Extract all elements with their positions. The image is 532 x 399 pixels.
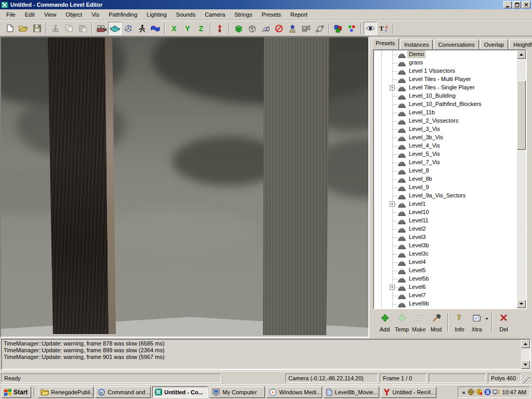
tree-item-label[interactable]: Level5 [408, 267, 427, 274]
toolbar-vis-eye-button[interactable] [259, 22, 272, 35]
tree-item-label[interactable]: grass [408, 59, 424, 66]
scroll-down-button[interactable] [521, 361, 530, 369]
tree-item-label[interactable]: Level_10_Building [408, 92, 457, 99]
globe-icon[interactable] [468, 389, 474, 395]
tree-item-label[interactable]: Level 1 Vissectors [408, 68, 456, 74]
tree-item-label[interactable]: Level11 [408, 217, 430, 224]
taskbar-button-untitled-renx[interactable]: Untitled - RenX... [381, 387, 436, 398]
toolbar-polygon-edit-button[interactable] [313, 22, 326, 35]
tree-item[interactable]: Demo [374, 50, 517, 59]
tree-item-label[interactable]: Level6 [408, 284, 427, 290]
tree-item[interactable]: Level_5_Vis [374, 150, 517, 158]
tree-item-label[interactable]: Level1 [408, 201, 427, 207]
toolbar-cut-button[interactable] [49, 22, 62, 35]
tree-item[interactable]: Level_3b_Vis [374, 134, 517, 142]
tree-item[interactable]: Level_7_Vis [374, 158, 517, 167]
toolbar-text-size-button[interactable]: TT [377, 22, 391, 35]
toolbar-save-button[interactable] [30, 22, 44, 35]
toolbar-raise-terrain-button[interactable] [286, 22, 299, 35]
tray-collapse-chevron[interactable]: « [462, 389, 465, 395]
toolbar-waypath-button[interactable] [149, 22, 162, 35]
mod-button[interactable]: Mod [428, 313, 445, 332]
tree-item-label[interactable]: Level10 [408, 209, 430, 216]
tree-item-label[interactable]: Level7 [408, 292, 427, 299]
tree-item-label[interactable]: Level4 [408, 259, 427, 265]
tree-item-label[interactable]: Level9b [408, 300, 430, 307]
tree-item[interactable]: Level10 [374, 208, 517, 217]
toolbar-mini-cubes-button[interactable] [345, 22, 358, 35]
info-button[interactable]: ?Info [451, 313, 468, 332]
toolbar-vis-disable-button[interactable] [272, 22, 286, 35]
tree-item[interactable]: Level5b [374, 275, 517, 283]
tree-item-label[interactable]: Level_9a_Vis_Sectors [408, 192, 467, 199]
add-button[interactable]: Add [376, 313, 393, 332]
menu-sounds[interactable]: Sounds [171, 10, 200, 19]
log-scrollbar[interactable] [521, 340, 530, 369]
tree-item-label[interactable]: Level Tiles - Multi Player [408, 76, 472, 83]
toolbar-scene-camera-button[interactable] [95, 22, 108, 35]
menu-report[interactable]: Report [286, 10, 312, 19]
expand-plus-box[interactable]: + [390, 285, 395, 290]
tree-item-label[interactable]: Demo [408, 51, 425, 58]
toolbar-rgb-cubes-button[interactable] [331, 22, 345, 35]
tree-scrollbar[interactable] [517, 50, 526, 308]
tree-item-label[interactable]: Level_3_Vis [408, 126, 441, 132]
scroll-up-button[interactable] [521, 340, 530, 348]
network-icon[interactable] [493, 389, 500, 395]
taskbar-button-untitled-co[interactable]: Untitled - Co... [152, 387, 208, 398]
tab-overlap[interactable]: Overlap [480, 39, 509, 49]
minimize-button[interactable] [503, 1, 512, 8]
taskbar-button-command-and[interactable]: eCommand and ... [95, 387, 151, 398]
presets-tree[interactable]: DemograssLevel 1 VissectorsLevel Tiles -… [373, 49, 527, 309]
resize-grip[interactable] [523, 377, 530, 383]
tree-item[interactable]: Level_9 [374, 183, 517, 192]
tree-item[interactable]: Level_9a_Vis_Sectors [374, 192, 517, 200]
taskbar-button-renegadepubli[interactable]: RenegadePubli... [38, 387, 94, 398]
tree-item-label[interactable]: Level Tiles - Single Player [408, 84, 476, 91]
tree-item-label[interactable]: Level3c [408, 250, 430, 257]
tree-item[interactable]: Level 1 Vissectors [374, 67, 517, 75]
toolbar-wireframe-cube-button[interactable] [245, 22, 259, 35]
user-offline-icon[interactable] [476, 389, 483, 395]
tree-item[interactable]: Level4 [374, 258, 517, 267]
tree-item[interactable]: Level3c [374, 250, 517, 258]
close-button[interactable] [522, 1, 530, 8]
toolbar-character-button[interactable] [135, 22, 149, 35]
viewport-3d[interactable] [0, 36, 369, 338]
taskbar-button-my-computer[interactable]: My Computer [209, 387, 265, 398]
menu-object[interactable]: Object [61, 10, 87, 19]
tree-item-label[interactable]: Level_11b [408, 109, 436, 116]
toolbar-paste-button[interactable] [76, 22, 89, 35]
taskbar-button-windows-medi[interactable]: Windows Medi... [267, 387, 322, 398]
menu-lighting[interactable]: Lighting [142, 10, 171, 19]
tree-item[interactable]: grass [374, 59, 517, 67]
tree-item-label[interactable]: Level3b [408, 242, 430, 249]
tree-item-label[interactable]: Level_8 [408, 167, 430, 174]
tree-item-label[interactable]: Level_3b_Vis [408, 134, 444, 141]
scroll-up-button[interactable] [517, 50, 526, 59]
toolbar-drop-to-ground-button[interactable] [213, 22, 227, 35]
tree-item[interactable]: Level3b [374, 242, 517, 250]
tree-item-label[interactable]: Level_10_Pathfind_Blockers [408, 101, 482, 108]
toolbar-rotate-gizmo-button[interactable] [122, 22, 135, 35]
tab-instances[interactable]: Instances [400, 39, 433, 49]
toolbar-copy-button[interactable] [62, 22, 76, 35]
menu-camera[interactable]: Camera [200, 10, 230, 19]
toolbar-new-document-button[interactable] [3, 22, 17, 35]
tree-item-label[interactable]: Level2 [408, 225, 427, 232]
xtra-button[interactable]: Xtra [468, 313, 485, 332]
tree-item-label[interactable]: Level_8b [408, 176, 433, 182]
tree-item[interactable]: Level9b [374, 300, 517, 308]
make-button[interactable]: Make [410, 313, 428, 332]
tree-item[interactable]: Level_3_Vis [374, 125, 517, 134]
tree-item[interactable]: Level_8b [374, 175, 517, 183]
tree-item[interactable]: Level_10_Pathfind_Blockers [374, 100, 517, 109]
menu-strings[interactable]: Strings [230, 10, 257, 19]
maximize-button[interactable] [513, 1, 521, 8]
scrollbar-thumb[interactable] [517, 81, 526, 150]
tree-item-label[interactable]: Level_5_Vis [408, 151, 441, 157]
log-output[interactable]: TimeManager::Update: warning, frame 878 … [1, 339, 531, 370]
toolbar-axis-z-button[interactable]: Z [194, 22, 208, 35]
xtra-dropdown-arrow[interactable]: ▾ [486, 316, 488, 321]
start-button[interactable]: Start [2, 387, 31, 398]
